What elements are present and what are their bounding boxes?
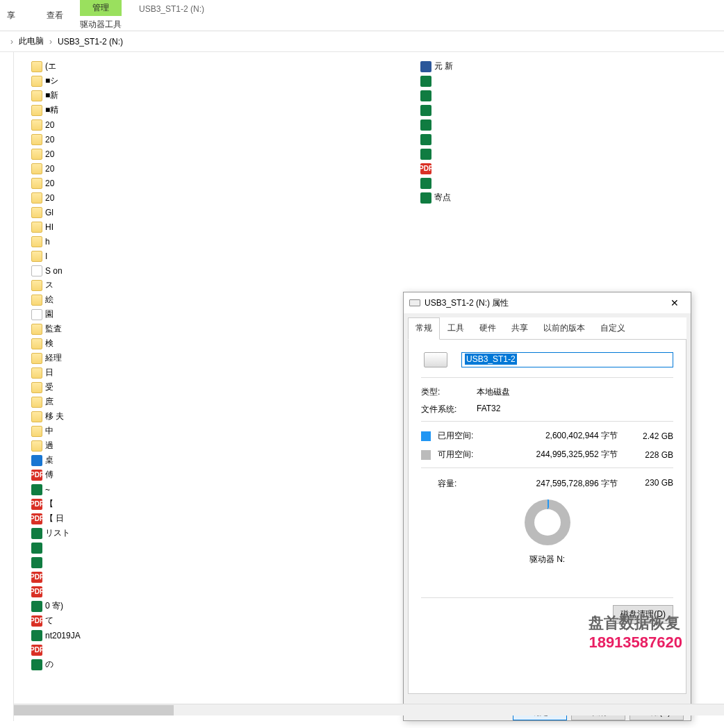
folder-icon xyxy=(31,397,42,408)
file-label: 検 xyxy=(45,338,54,349)
file-item[interactable]: 20 xyxy=(31,132,406,147)
file-item[interactable]: 中 xyxy=(31,424,406,438)
file-column-1: (エ■シ■新■精202020202020GlHIhIS onス絵園監査検経理日受… xyxy=(31,59,406,672)
file-item[interactable]: PDF xyxy=(31,570,406,584)
free-space-color xyxy=(421,450,431,460)
file-item[interactable] xyxy=(420,103,559,117)
file-label: 20 xyxy=(45,149,54,159)
file-item[interactable]: nt2019JA xyxy=(31,628,406,643)
type-label: 类型: xyxy=(421,386,477,398)
file-item[interactable]: 受 xyxy=(31,380,406,395)
file-item[interactable]: 20 xyxy=(31,190,406,205)
tab-general[interactable]: 常规 xyxy=(408,317,440,340)
file-label: S on xyxy=(45,266,63,276)
folder-icon xyxy=(31,338,42,349)
folder-icon xyxy=(31,353,42,364)
file-item[interactable]: 元 新 xyxy=(420,59,559,74)
file-item[interactable]: 園 xyxy=(31,307,406,322)
pdf-icon: PDF xyxy=(31,499,42,510)
file-item[interactable]: 20 xyxy=(31,117,406,132)
file-item[interactable]: PDF xyxy=(31,584,406,599)
context-tab-drive-tools[interactable]: 驱动器工具 xyxy=(73,16,129,33)
breadcrumb[interactable]: › 此电脑 › USB3_ST1-2 (N:) xyxy=(0,31,724,52)
capacity-label: 容量: xyxy=(421,478,486,490)
xls-icon xyxy=(420,76,431,87)
file-item[interactable]: ■新 xyxy=(31,88,406,103)
drive-large-icon xyxy=(424,352,447,367)
used-space-color xyxy=(421,431,431,441)
ribbon-tab-share[interactable]: 享 xyxy=(0,0,22,26)
file-item[interactable] xyxy=(31,540,406,555)
file-item[interactable]: ■精 xyxy=(31,103,406,117)
folder-icon xyxy=(31,119,42,131)
file-item[interactable]: 20 xyxy=(31,147,406,161)
file-item[interactable] xyxy=(420,147,559,161)
file-item[interactable]: ス xyxy=(31,278,406,292)
file-item[interactable]: 絵 xyxy=(31,292,406,307)
file-item[interactable]: ■シ xyxy=(31,74,406,88)
tab-sharing[interactable]: 共享 xyxy=(504,317,536,339)
xls-icon xyxy=(420,119,431,131)
tab-tools[interactable]: 工具 xyxy=(440,317,472,339)
file-item[interactable]: 検 xyxy=(31,336,406,351)
file-item[interactable]: HI xyxy=(31,220,406,234)
file-item[interactable]: リスト xyxy=(31,526,406,540)
tab-customize[interactable]: 自定义 xyxy=(593,317,633,339)
dialog-titlebar[interactable]: USB3_ST1-2 (N:) 属性 ✕ xyxy=(404,292,691,313)
file-item[interactable]: 監査 xyxy=(31,322,406,336)
scrollbar-thumb[interactable] xyxy=(14,705,174,715)
file-item[interactable]: PDF【 日 xyxy=(31,511,406,526)
file-item[interactable]: 移 夫 xyxy=(31,409,406,424)
close-button[interactable]: ✕ xyxy=(664,297,685,308)
file-item[interactable]: 庶 xyxy=(31,395,406,409)
file-item[interactable]: I xyxy=(31,249,406,263)
folder-icon xyxy=(31,134,42,145)
file-item[interactable]: 20 xyxy=(31,161,406,176)
breadcrumb-drive[interactable]: USB3_ST1-2 (N:) xyxy=(58,37,123,47)
file-item[interactable] xyxy=(420,176,559,190)
file-label: h xyxy=(45,237,50,247)
context-tab-manage[interactable]: 管理 xyxy=(80,0,122,16)
file-item[interactable]: PDF xyxy=(420,161,559,176)
file-item[interactable] xyxy=(31,555,406,570)
file-item[interactable] xyxy=(420,74,559,88)
dialog-tabs: 常规 工具 硬件 共享 以前的版本 自定义 xyxy=(408,317,686,340)
file-label: 20 xyxy=(45,120,54,130)
file-item[interactable]: S on xyxy=(31,263,406,278)
pdf-icon: PDF xyxy=(31,470,42,481)
nav-pane-edge xyxy=(0,52,14,721)
file-item[interactable]: (エ xyxy=(31,59,406,74)
file-item[interactable]: h xyxy=(31,234,406,249)
file-item[interactable]: ~ xyxy=(31,482,406,497)
file-item[interactable]: 経理 xyxy=(31,351,406,365)
file-item[interactable]: PDF傅 xyxy=(31,468,406,482)
drive-name-input[interactable]: USB3_ST1-2 xyxy=(461,352,673,367)
tab-previous-versions[interactable]: 以前的版本 xyxy=(536,317,593,339)
file-label: 絵 xyxy=(45,294,54,306)
file-item[interactable]: PDF て xyxy=(31,613,406,628)
horizontal-scrollbar[interactable] xyxy=(14,704,724,715)
ribbon-tab-view[interactable]: 查看 xyxy=(40,0,70,26)
file-label: 庶 xyxy=(45,396,54,408)
file-item[interactable]: 0 寄) xyxy=(31,599,406,613)
file-item[interactable] xyxy=(420,132,559,147)
file-item[interactable]: 過 xyxy=(31,438,406,453)
file-item[interactable]: 桌 xyxy=(31,453,406,468)
file-item[interactable] xyxy=(420,88,559,103)
main-content: (エ■シ■新■精202020202020GlHIhIS onス絵園監査検経理日受… xyxy=(0,52,724,721)
file-item[interactable]: PDF xyxy=(31,643,406,657)
file-label: リスト xyxy=(45,527,70,539)
file-label: 過 xyxy=(45,440,54,452)
breadcrumb-this-pc[interactable]: 此电脑 xyxy=(19,35,44,47)
file-item[interactable]: 日 xyxy=(31,365,406,380)
file-item[interactable]: 20 xyxy=(31,176,406,190)
file-item[interactable]: Gl xyxy=(31,205,406,220)
file-item[interactable] xyxy=(420,117,559,132)
disk-cleanup-button[interactable]: 磁盘清理(D) xyxy=(613,605,673,624)
file-item[interactable]: の xyxy=(31,657,406,672)
used-space-gb: 2.42 GB xyxy=(632,431,673,441)
tab-hardware[interactable]: 硬件 xyxy=(472,317,504,339)
file-item[interactable]: 寄点 xyxy=(420,190,559,205)
file-item[interactable]: PDF【 xyxy=(31,497,406,511)
folder-icon xyxy=(31,105,42,116)
